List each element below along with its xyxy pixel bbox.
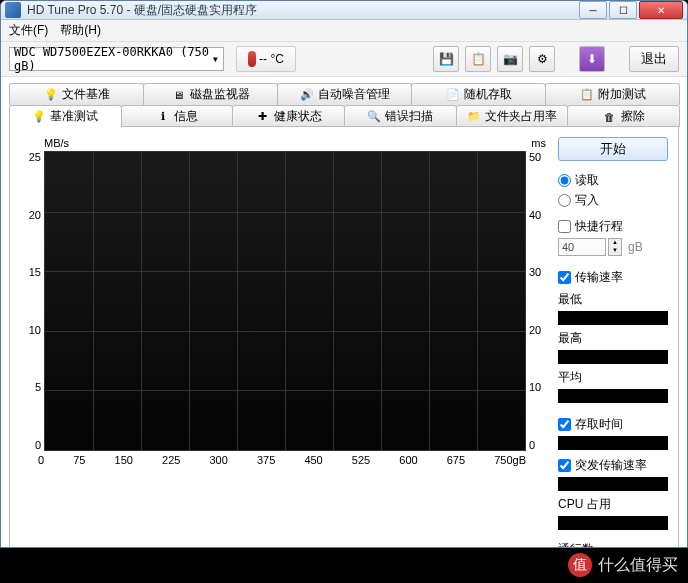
toolbar: WDC WD7500EZEX-00RKKA0 (750 gB) ▾ -- °C … xyxy=(1,42,687,77)
tab-icon: 💡 xyxy=(44,88,58,102)
tab-磁盘监视器[interactable]: 🖥磁盘监视器 xyxy=(143,83,278,105)
burst-check[interactable] xyxy=(558,459,571,472)
app-icon xyxy=(5,2,21,18)
shortstroke-value xyxy=(558,238,606,256)
benchmark-panel: MB/s ms 2520151050 50403020100 075150225… xyxy=(9,126,679,548)
transfer-check[interactable] xyxy=(558,271,571,284)
read-label: 读取 xyxy=(575,172,599,189)
tab-icon: 🔍 xyxy=(367,110,381,124)
temperature-display: -- °C xyxy=(236,46,296,72)
transfer-label: 传输速率 xyxy=(575,269,623,286)
tab-基准测试[interactable]: 💡基准测试 xyxy=(9,105,122,127)
x-axis: 075150225300375450525600675750gB xyxy=(20,454,548,466)
y-left-unit: MB/s xyxy=(44,137,69,149)
close-button[interactable]: ✕ xyxy=(639,1,683,19)
tab-icon: ✚ xyxy=(256,110,270,124)
shortstroke-unit: gB xyxy=(628,240,643,254)
dropdown-icon: ▾ xyxy=(212,52,219,66)
tab-错误扫描[interactable]: 🔍错误扫描 xyxy=(344,105,457,127)
burst-label: 突发传输速率 xyxy=(575,457,647,474)
watermark-logo: 值 xyxy=(568,553,592,577)
tab-icon: 📁 xyxy=(467,110,481,124)
y-axis-left: 2520151050 xyxy=(20,151,44,451)
thermometer-icon xyxy=(248,51,256,67)
access-value xyxy=(558,436,668,450)
min-label: 最低 xyxy=(558,291,668,308)
window-title: HD Tune Pro 5.70 - 硬盘/固态硬盘实用程序 xyxy=(27,2,577,19)
cpu-value xyxy=(558,516,668,530)
max-value xyxy=(558,350,668,364)
tab-icon: ℹ xyxy=(156,110,170,124)
copy-button[interactable]: 📋 xyxy=(465,46,491,72)
shortstroke-label: 快捷行程 xyxy=(575,218,623,235)
tab-icon: 🖥 xyxy=(172,88,186,102)
watermark-text: 什么值得买 xyxy=(598,555,678,576)
read-radio[interactable] xyxy=(558,174,571,187)
settings-button[interactable]: ⚙ xyxy=(529,46,555,72)
minimize-button[interactable]: ─ xyxy=(579,1,607,19)
menu-help[interactable]: 帮助(H) xyxy=(60,22,101,39)
screenshot-button[interactable]: 📷 xyxy=(497,46,523,72)
chart-plot xyxy=(44,151,526,451)
maximize-button[interactable]: ☐ xyxy=(609,1,637,19)
exit-button[interactable]: 退出 xyxy=(629,46,679,72)
tab-icon: 🔊 xyxy=(300,88,314,102)
chart-area: MB/s ms 2520151050 50403020100 075150225… xyxy=(20,137,548,548)
drive-select[interactable]: WDC WD7500EZEX-00RKKA0 (750 gB) ▾ xyxy=(9,47,224,71)
write-radio[interactable] xyxy=(558,194,571,207)
min-value xyxy=(558,311,668,325)
titlebar: HD Tune Pro 5.70 - 硬盘/固态硬盘实用程序 ─ ☐ ✕ xyxy=(1,1,687,20)
shortstroke-check[interactable] xyxy=(558,220,571,233)
y-axis-right: 50403020100 xyxy=(526,151,548,451)
cpu-label: CPU 占用 xyxy=(558,496,668,513)
tab-文件夹占用率[interactable]: 📁文件夹占用率 xyxy=(456,105,569,127)
drive-label: WDC WD7500EZEX-00RKKA0 (750 gB) xyxy=(14,45,212,73)
access-label: 存取时间 xyxy=(575,416,623,433)
max-label: 最高 xyxy=(558,330,668,347)
menubar: 文件(F) 帮助(H) xyxy=(1,20,687,42)
tab-健康状态[interactable]: ✚健康状态 xyxy=(232,105,345,127)
tab-icon: 💡 xyxy=(32,110,46,124)
tab-icon: 🗑 xyxy=(603,110,617,124)
tab-icon: 📋 xyxy=(580,88,594,102)
tab-擦除[interactable]: 🗑擦除 xyxy=(567,105,680,127)
tab-row-2: 💡基准测试ℹ信息✚健康状态🔍错误扫描📁文件夹占用率🗑擦除 xyxy=(9,105,679,127)
burst-value xyxy=(558,477,668,491)
down-button[interactable]: ⬇ xyxy=(579,46,605,72)
avg-label: 平均 xyxy=(558,369,668,386)
tab-文件基准[interactable]: 💡文件基准 xyxy=(9,83,144,105)
shortstroke-spinner[interactable]: ▲▼ xyxy=(608,238,622,256)
save-button[interactable]: 💾 xyxy=(433,46,459,72)
side-panel: 开始 读取 写入 快捷行程 ▲▼ gB 传输速率 最低 最高 平均 存取时间 突… xyxy=(558,137,668,548)
tab-附加测试[interactable]: 📋附加测试 xyxy=(545,83,680,105)
tab-信息[interactable]: ℹ信息 xyxy=(121,105,234,127)
menu-file[interactable]: 文件(F) xyxy=(9,22,48,39)
temp-value: -- °C xyxy=(259,52,284,66)
start-button[interactable]: 开始 xyxy=(558,137,668,161)
tab-icon: 📄 xyxy=(446,88,460,102)
access-check[interactable] xyxy=(558,418,571,431)
tab-随机存取[interactable]: 📄随机存取 xyxy=(411,83,546,105)
write-label: 写入 xyxy=(575,192,599,209)
tab-自动噪音管理[interactable]: 🔊自动噪音管理 xyxy=(277,83,412,105)
tab-row-1: 💡文件基准🖥磁盘监视器🔊自动噪音管理📄随机存取📋附加测试 xyxy=(9,83,679,105)
y-right-unit: ms xyxy=(531,137,546,149)
avg-value xyxy=(558,389,668,403)
watermark: 值 什么值得买 xyxy=(568,553,678,577)
pass-label: 通行数 xyxy=(558,541,668,548)
